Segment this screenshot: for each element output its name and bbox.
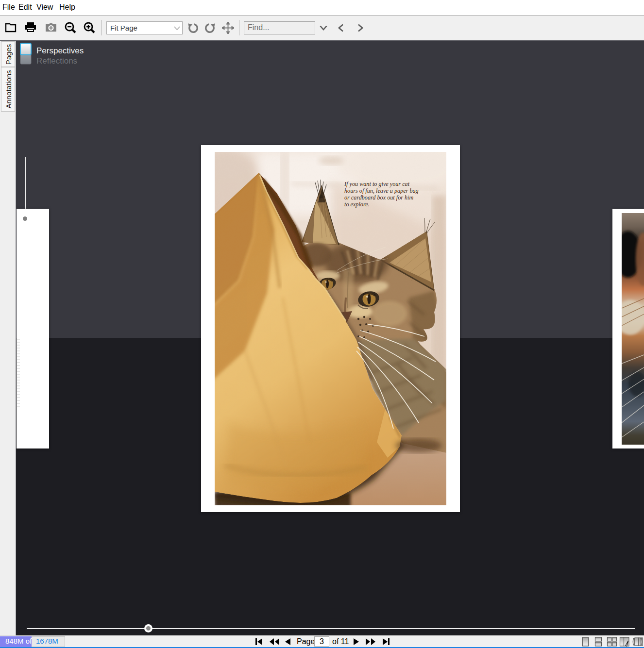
svg-text:hours of fun, leave a paper ba: hours of fun, leave a paper bag: [344, 187, 419, 194]
svg-text:to explore.: to explore.: [344, 201, 370, 208]
svg-text:or cardboard box out for him: or cardboard box out for him: [344, 194, 413, 201]
svg-text:If you want to give your cat: If you want to give your cat: [344, 181, 410, 187]
